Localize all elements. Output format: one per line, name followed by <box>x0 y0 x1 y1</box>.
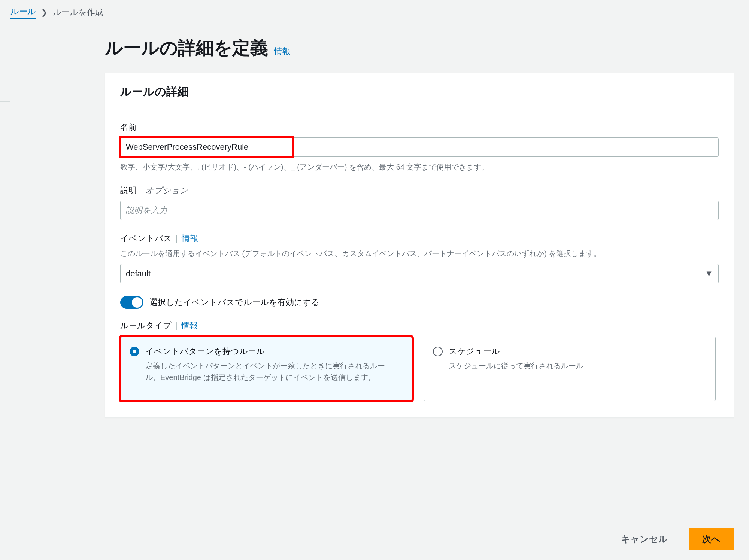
name-helper: 数字、小文字/大文字、. (ピリオド)、- (ハイフン)、_ (アンダーバー) … <box>120 162 719 172</box>
description-field: 説明 - オプション <box>120 185 719 220</box>
event-bus-field: イベントバス | 情報 このルールを適用するイベントバス (デフォルトのイベント… <box>120 233 719 283</box>
event-bus-helper: このルールを適用するイベントバス (デフォルトのイベントバス、カスタムイベントバ… <box>120 249 719 259</box>
rule-type-option-event-pattern[interactable]: イベントパターンを持つルール 定義したイベントパターンとイベントが一致したときに… <box>120 337 412 401</box>
radio-unchecked-icon <box>433 347 443 356</box>
wizard-footer: キャンセル 次へ <box>607 528 734 550</box>
name-label: 名前 <box>120 122 719 133</box>
rule-type-field: ルールタイプ | 情報 イベントパターンを持つルール 定義したイベントパターンと… <box>120 320 719 401</box>
chevron-right-icon: ❯ <box>41 8 48 17</box>
next-button[interactable]: 次へ <box>689 528 734 550</box>
radio-checked-icon <box>130 347 139 356</box>
description-input[interactable] <box>120 201 719 220</box>
name-input[interactable] <box>120 137 719 157</box>
enable-toggle-label: 選択したイベントバスでルールを有効にする <box>149 297 320 308</box>
event-bus-value: default <box>126 269 151 279</box>
panel-header: ルールの詳細 <box>105 73 734 108</box>
breadcrumb-root-link[interactable]: ルール <box>10 6 36 19</box>
event-bus-info-link[interactable]: 情報 <box>182 233 198 244</box>
sidebar-stub <box>0 75 10 187</box>
breadcrumb-current: ルールを作成 <box>53 7 103 18</box>
enable-toggle-row: 選択したイベントバスでルールを有効にする <box>120 296 719 309</box>
rule-type-option-schedule[interactable]: スケジュール スケジュールに従って実行されるルール <box>424 337 716 401</box>
tile-title: イベントパターンを持つルール <box>145 346 385 357</box>
breadcrumb: ルール ❯ ルールを作成 <box>0 0 749 23</box>
cancel-button[interactable]: キャンセル <box>607 528 681 550</box>
tile-desc: 定義したイベントパターンとイベントが一致したときに実行されるルール。EventB… <box>145 360 385 383</box>
label-divider: | <box>175 321 178 331</box>
rule-type-info-link[interactable]: 情報 <box>181 320 198 331</box>
page-info-link[interactable]: 情報 <box>274 46 291 57</box>
description-label: 説明 <box>120 185 137 196</box>
name-field: 名前 数字、小文字/大文字、. (ピリオド)、- (ハイフン)、_ (アンダーバ… <box>120 122 719 172</box>
description-optional: - オプション <box>140 185 188 196</box>
enable-toggle[interactable] <box>120 296 143 309</box>
rule-detail-panel: ルールの詳細 名前 数字、小文字/大文字、. (ピリオド)、- (ハイフン)、_… <box>105 73 734 418</box>
caret-down-icon: ▼ <box>705 269 713 279</box>
label-divider: | <box>176 234 178 243</box>
event-bus-select[interactable]: default ▼ <box>120 264 719 283</box>
page-title: ルールの詳細を定義 <box>105 36 268 60</box>
tile-desc: スケジュールに従って実行されるルール <box>449 360 583 372</box>
toggle-knob <box>132 297 142 308</box>
event-bus-label: イベントバス <box>120 233 172 244</box>
tile-title: スケジュール <box>449 346 583 357</box>
rule-type-label: ルールタイプ <box>120 320 172 331</box>
